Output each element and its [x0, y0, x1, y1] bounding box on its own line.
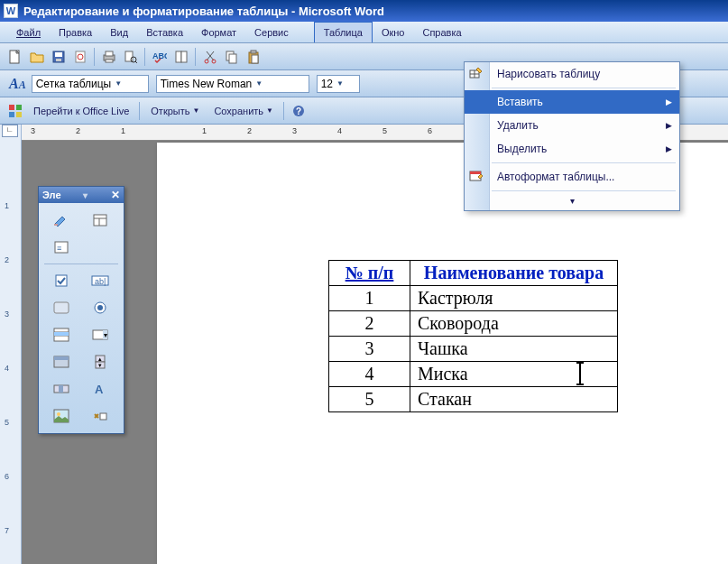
table-row[interactable]: 4 Миска: [329, 362, 618, 387]
ruler-mark: 6: [5, 472, 9, 481]
header-name: Наименование товара: [410, 261, 618, 286]
window-title: Редактирование и форматирование таблицы …: [23, 5, 384, 18]
open-button[interactable]: [27, 47, 47, 67]
menu-view[interactable]: Вид: [101, 22, 137, 42]
menu-file[interactable]: Файл: [7, 22, 50, 42]
copy-button[interactable]: [222, 47, 242, 67]
table-row[interactable]: 1 Кастрюля: [329, 286, 618, 311]
officelive-icon[interactable]: [5, 101, 25, 121]
cut-button[interactable]: [200, 47, 220, 67]
option-button-control[interactable]: [83, 296, 117, 319]
ruler-mark: 4: [337, 126, 342, 135]
command-button-control[interactable]: [44, 296, 78, 319]
menu-expand-icon[interactable]: ▾: [465, 193, 679, 210]
svg-text:▾: ▾: [98, 362, 102, 368]
data-table[interactable]: № п/п Наименование товара 1 Кастрюля 2 С…: [328, 260, 618, 412]
vertical-ruler: ∟ 1 2 3 4 5 6 7: [0, 125, 22, 564]
cell-name[interactable]: Сковорода: [410, 311, 618, 337]
menu-table[interactable]: Таблица: [314, 22, 373, 42]
menu-window[interactable]: Окно: [373, 22, 414, 42]
svg-line-11: [135, 61, 137, 63]
image-control-button[interactable]: [44, 404, 78, 428]
cell-name[interactable]: Миска: [410, 362, 618, 387]
spellcheck-button[interactable]: ABC: [150, 47, 170, 67]
properties-button[interactable]: [83, 208, 117, 232]
ruler-mark: 1: [121, 126, 125, 135]
officelive-open-button[interactable]: Открыть▼: [144, 101, 206, 121]
save-button[interactable]: [49, 47, 69, 67]
svg-rect-2: [55, 52, 62, 57]
menu-tools[interactable]: Сервис: [245, 22, 298, 42]
header-num: № п/п: [329, 261, 410, 286]
permissions-button[interactable]: [70, 47, 90, 67]
cell-name[interactable]: Чашка: [410, 337, 618, 362]
print-preview-button[interactable]: [121, 47, 141, 67]
menu-autoformat[interactable]: Автоформат таблицы...: [465, 165, 679, 189]
svg-rect-53: [54, 356, 69, 360]
scrollbar-control[interactable]: [44, 377, 78, 401]
help-button[interactable]: ?: [289, 101, 309, 121]
cell-num[interactable]: 5: [329, 387, 410, 412]
toggle-button-control[interactable]: [44, 350, 78, 374]
spin-button-control[interactable]: ▴▾: [83, 350, 117, 374]
view-code-button[interactable]: ≡: [44, 236, 78, 259]
ruler-mark: 1: [202, 126, 207, 135]
toolbox-drag-handle-icon[interactable]: ▾: [83, 190, 88, 200]
svg-rect-13: [176, 51, 181, 62]
svg-rect-63: [100, 413, 106, 420]
submenu-arrow-icon: ▶: [666, 121, 672, 130]
menu-select-submenu[interactable]: Выделить ▶: [465, 137, 679, 161]
style-combo[interactable]: Сетка таблицы ▼: [32, 75, 149, 93]
research-button[interactable]: [171, 47, 191, 67]
new-doc-button[interactable]: [5, 47, 25, 67]
officelive-save-button[interactable]: Сохранить▼: [207, 101, 280, 121]
menu-format[interactable]: Формат: [192, 22, 245, 42]
checkbox-control-button[interactable]: [44, 269, 78, 292]
ruler-mark: 2: [5, 255, 9, 264]
label-control-button[interactable]: A: [83, 377, 117, 401]
print-button[interactable]: [99, 47, 119, 67]
menu-insert-submenu[interactable]: Вставить ▶: [465, 90, 679, 114]
table-row[interactable]: 3 Чашка: [329, 337, 618, 362]
menu-edit[interactable]: Правка: [50, 22, 101, 42]
cell-num[interactable]: 1: [329, 286, 410, 311]
paste-button[interactable]: [244, 47, 263, 67]
svg-rect-59: [59, 385, 63, 393]
table-row[interactable]: 5 Стакан: [329, 387, 618, 412]
officelive-goto-button[interactable]: Перейти к Office Live: [27, 101, 135, 121]
ruler-mark: 2: [76, 126, 80, 135]
more-controls-button[interactable]: [83, 404, 117, 428]
menu-help[interactable]: Справка: [413, 22, 470, 42]
textbox-control-button[interactable]: ab|: [83, 269, 117, 292]
fontsize-combo-text: 12: [321, 78, 333, 90]
cell-num[interactable]: 4: [329, 362, 410, 387]
table-row[interactable]: 2 Сковорода: [329, 311, 618, 337]
svg-rect-20: [251, 51, 256, 53]
word-app-icon: W: [4, 4, 18, 18]
toolbox-close-icon[interactable]: ✕: [111, 189, 120, 201]
listbox-control-button[interactable]: [44, 323, 78, 347]
table-menu-dropdown: Нарисовать таблицу Вставить ▶ Удалить ▶ …: [464, 61, 680, 211]
svg-rect-25: [16, 112, 22, 117]
cell-num[interactable]: 2: [329, 311, 410, 337]
cell-num[interactable]: 3: [329, 337, 410, 362]
ruler-mark: 3: [292, 126, 297, 135]
controls-toolbox[interactable]: Эле ▾ ✕ ≡ ab| ▾ ▴▾ A: [38, 186, 124, 434]
svg-rect-18: [229, 54, 236, 63]
svg-rect-7: [106, 51, 113, 56]
submenu-arrow-icon: ▶: [666, 97, 672, 106]
menu-draw-table[interactable]: Нарисовать таблицу: [465, 62, 679, 86]
menu-insert[interactable]: Вставка: [137, 22, 192, 42]
font-combo[interactable]: Times New Roman ▼: [156, 75, 309, 93]
svg-point-62: [57, 412, 60, 416]
toolbox-titlebar[interactable]: Эле ▾ ✕: [39, 187, 124, 203]
svg-text:▴: ▴: [98, 356, 102, 362]
fontsize-combo[interactable]: 12 ▼: [317, 75, 360, 93]
combobox-control-button[interactable]: ▾: [83, 323, 117, 347]
menu-delete-submenu[interactable]: Удалить ▶: [465, 114, 679, 137]
chevron-down-icon: ▼: [336, 79, 344, 88]
ruler-mark: 6: [428, 126, 432, 135]
cell-name[interactable]: Кастрюля: [410, 286, 618, 311]
design-mode-button[interactable]: [44, 208, 78, 232]
cell-name[interactable]: Стакан: [410, 387, 618, 412]
